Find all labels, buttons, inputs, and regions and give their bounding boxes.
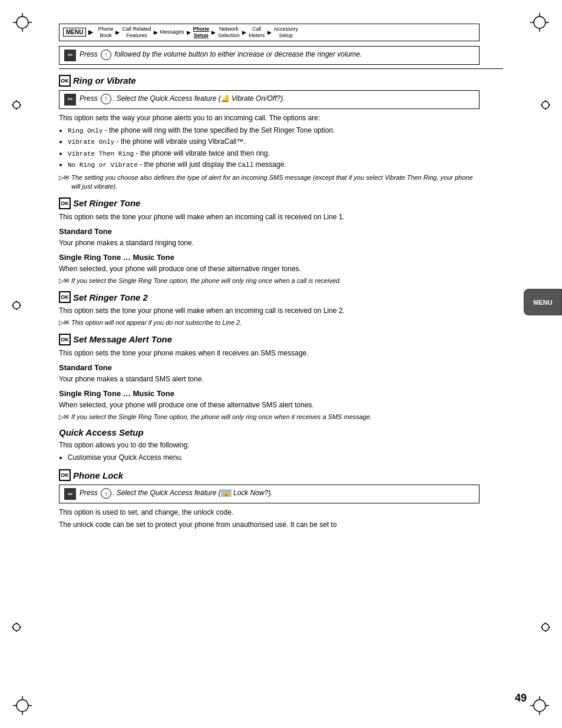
info-icon-2: ▷✉ — [59, 277, 69, 285]
side-mark-right-bot — [541, 622, 550, 634]
svg-point-0 — [16, 17, 28, 28]
quick-access-heading: Quick Access Setup — [59, 427, 527, 437]
note-text-rov: Press ↑. Select the Quick Access feature… — [80, 94, 285, 104]
srt2-body: This option sets the tone your phone wil… — [59, 305, 480, 316]
standard-tone-body-1: Your phone makes a standard ringing tone… — [59, 238, 480, 248]
nav-arrow-4: ▶ — [187, 29, 191, 35]
sma-body: This option sets the tone your phone mak… — [59, 348, 480, 358]
note-box-1: ✏ Press ↑ followed by the volume button … — [59, 46, 480, 65]
pencil-icon: ✏ — [64, 50, 76, 61]
svg-point-5 — [534, 17, 546, 28]
note-text-1-rest: followed by the volume button to either … — [114, 50, 362, 58]
svg-point-10 — [16, 700, 28, 711]
bullet-vibrate-only: Vibrate Only - the phone will vibrate us… — [68, 136, 480, 148]
qa-bullet-list: Customise your Quick Access menu. — [68, 452, 480, 463]
svg-point-30 — [13, 624, 20, 631]
up-arrow-button-1: ↑ — [101, 50, 111, 60]
ok-icon-3: OK — [59, 291, 71, 303]
set-ringer-tone-title: Set Ringer Tone — [73, 198, 140, 208]
srt2-note-text: This option will not appear if you do no… — [71, 318, 242, 327]
srt-note-text: If you select the Single Ring Tone optio… — [71, 276, 341, 285]
nav-item-messages: Messages — [160, 29, 184, 35]
ok-icon-1: OK — [59, 75, 71, 87]
side-mark-left-top — [12, 100, 21, 111]
single-ring-body-2: When selected, your phone will produce o… — [59, 400, 480, 410]
nav-arrow-5: ▶ — [211, 29, 216, 35]
nav-item-accessory: Accessory Setup — [274, 26, 299, 39]
rov-info-note: ▷✉ The setting you choose also defines t… — [59, 173, 480, 192]
bullet-vibrate-then-ring: Vibrate Then Ring - the phone will vibra… — [68, 148, 480, 160]
qa-body: This option allows you to do the followi… — [59, 440, 480, 450]
svg-point-20 — [13, 101, 20, 108]
srt2-info-note: ▷✉ This option will not appear if you do… — [59, 318, 480, 327]
rov-body: This option sets the way your phone aler… — [59, 113, 480, 123]
srt-info-note: ▷✉ If you select the Single Ring Tone op… — [59, 276, 480, 285]
ok-icon-4: OK — [59, 334, 71, 345]
set-ringer-tone2-title: Set Ringer Tone 2 — [73, 292, 148, 302]
sma-note-text: If you select the Single Ring Tone optio… — [71, 413, 372, 421]
svg-point-25 — [13, 302, 20, 309]
svg-point-15 — [534, 700, 546, 711]
up-arrow-rov: ↑ — [101, 94, 111, 104]
info-icon-3: ▷✉ — [59, 319, 69, 327]
quick-access-title: Quick Access Setup — [59, 427, 144, 437]
nav-menu: MENU ▶ — [63, 28, 94, 37]
single-ring-body-1: When selected, your phone will produce o… — [59, 263, 480, 274]
sma-info-note: ▷✉ If you select the Single Ring Tone op… — [59, 413, 480, 421]
single-ring-heading-2: Single Ring Tone … Music Tone — [59, 389, 527, 398]
info-icon-1: ▷✉ — [59, 174, 69, 182]
single-ring-heading-1: Single Ring Tone … Music Tone — [59, 253, 527, 262]
standard-tone-heading-2: Standard Tone — [59, 363, 527, 372]
standard-tone-heading-1: Standard Tone — [59, 227, 527, 236]
nav-item-phonebook: Phone Book — [98, 26, 113, 39]
srt-body: This option sets the tone your phone wil… — [59, 212, 480, 222]
pl-body2: The unlock code can be set to protect yo… — [59, 519, 480, 530]
corner-mark-tr — [529, 12, 550, 33]
side-mark-left-mid — [12, 301, 21, 312]
note-text-pl: Press ↑. Select the Quick Access feature… — [80, 488, 273, 499]
phone-lock-heading: OK Phone Lock — [59, 469, 527, 481]
qa-bullet-1: Customise your Quick Access menu. — [68, 452, 480, 463]
corner-mark-bl — [12, 695, 33, 716]
corner-mark-br — [529, 695, 550, 716]
set-message-alert-title: Set Message Alert Tone — [73, 334, 172, 344]
nav-item-callrelated: Call Related Features — [122, 26, 151, 39]
svg-point-45 — [542, 624, 549, 631]
nav-item-callmeters: Call Meters — [249, 26, 265, 39]
nav-bar: MENU ▶ Phone Book ▶ Call Related Feature… — [59, 24, 480, 41]
nav-arrow-6: ▶ — [242, 29, 246, 35]
nav-menu-box: MENU — [63, 28, 86, 37]
bullet-ring-only: Ring Only - the phone will ring with the… — [68, 125, 480, 137]
nav-item-phonesetup: Phone Setup — [193, 26, 210, 39]
svg-point-35 — [542, 101, 549, 108]
ok-icon-5: OK — [59, 469, 71, 481]
up-arrow-pl: ↑ — [101, 488, 111, 499]
page-number: 49 — [515, 692, 527, 704]
corner-mark-tl — [12, 12, 33, 33]
pencil-icon-3: ✏ — [64, 488, 76, 500]
pl-body1: This option is used to set, and change, … — [59, 507, 480, 518]
press-label: Press — [80, 50, 100, 58]
ring-or-vibrate-title: Ring or Vibrate — [73, 75, 136, 85]
menu-side-button[interactable]: MENU — [524, 289, 562, 315]
ok-icon-2: OK — [59, 197, 71, 209]
side-mark-left-bot — [12, 622, 21, 634]
nav-item-network: Network Selection — [218, 26, 240, 39]
page: MENU MENU ▶ Phone Book ▶ Call Related Fe… — [0, 0, 562, 728]
divider-1 — [59, 68, 503, 69]
note-box-pl: ✏ Press ↑. Select the Quick Access featu… — [59, 485, 480, 503]
set-ringer-tone2-heading: OK Set Ringer Tone 2 — [59, 291, 527, 303]
menu-side-label: MENU — [533, 299, 552, 306]
info-icon-4: ▷✉ — [59, 413, 69, 421]
side-mark-right-top — [541, 100, 550, 111]
note-text-1: Press ↑ followed by the volume button to… — [80, 50, 362, 60]
rov-bullet-list: Ring Only - the phone will ring with the… — [68, 125, 480, 171]
pencil-icon-2: ✏ — [64, 94, 76, 106]
nav-arrow-7: ▶ — [267, 29, 272, 35]
set-ringer-tone-heading: OK Set Ringer Tone — [59, 197, 527, 209]
ring-or-vibrate-heading: OK Ring or Vibrate — [59, 75, 527, 87]
nav-arrow-1: ▶ — [88, 29, 93, 35]
note-box-rov: ✏ Press ↑. Select the Quick Access featu… — [59, 90, 480, 109]
set-message-alert-heading: OK Set Message Alert Tone — [59, 334, 527, 345]
standard-tone-body-2: Your phone makes a standard SMS alert to… — [59, 374, 480, 384]
